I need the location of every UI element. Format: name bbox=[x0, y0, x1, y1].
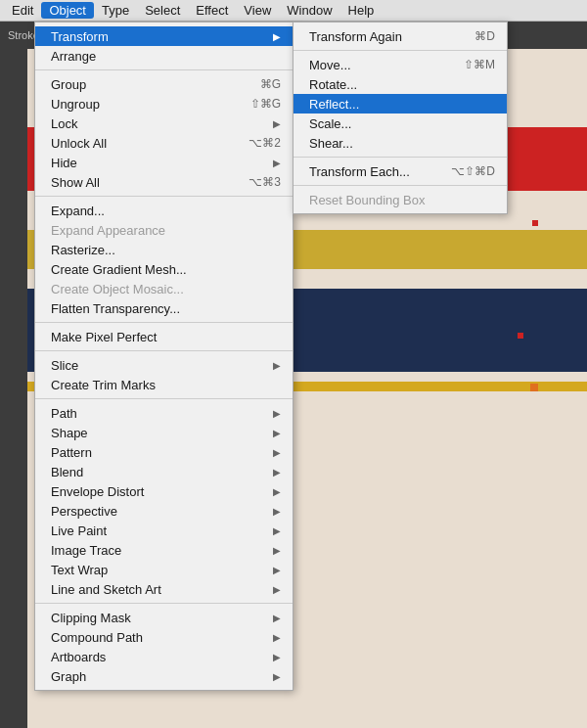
submenu-item-shear[interactable]: Shear... bbox=[294, 133, 507, 153]
submenu-item-reset-bounding-box[interactable]: Reset Bounding Box bbox=[294, 190, 507, 209]
menu-view[interactable]: View bbox=[236, 2, 279, 19]
menu-item-slice-label: Slice bbox=[51, 358, 273, 373]
menu-item-group[interactable]: Group ⌘G bbox=[35, 74, 293, 94]
submenu-item-rotate[interactable]: Rotate... bbox=[294, 74, 507, 94]
submenu-separator-3 bbox=[294, 185, 507, 186]
menu-item-rasterize[interactable]: Rasterize... bbox=[35, 240, 293, 259]
menu-item-text-wrap-label: Text Wrap bbox=[51, 563, 273, 577]
menu-item-ungroup[interactable]: Ungroup ⇧⌘G bbox=[35, 94, 293, 114]
menu-item-compound-path[interactable]: Compound Path ▶ bbox=[35, 627, 293, 647]
menu-item-shape[interactable]: Shape ▶ bbox=[35, 423, 293, 442]
menu-edit[interactable]: Edit bbox=[4, 2, 41, 19]
menu-window[interactable]: Window bbox=[279, 2, 339, 19]
menu-item-artboards[interactable]: Artboards ▶ bbox=[35, 647, 293, 666]
menu-item-shape-arrow: ▶ bbox=[273, 428, 281, 438]
menu-item-envelope-distort-arrow: ▶ bbox=[273, 486, 281, 497]
menu-item-compound-path-label: Compound Path bbox=[51, 630, 273, 645]
menu-item-artboards-label: Artboards bbox=[51, 650, 273, 664]
menu-item-live-paint-arrow: ▶ bbox=[273, 525, 281, 536]
menu-item-hide[interactable]: Hide ▶ bbox=[35, 153, 293, 172]
menu-item-expand-label: Expand... bbox=[51, 204, 281, 218]
submenu-item-transform-each[interactable]: Transform Each... ⌥⇧⌘D bbox=[294, 161, 507, 181]
dot-red-2 bbox=[532, 220, 538, 226]
separator-5 bbox=[35, 398, 293, 399]
menu-item-create-gradient-mesh[interactable]: Create Gradient Mesh... bbox=[35, 259, 293, 279]
submenu-item-reset-bounding-box-label: Reset Bounding Box bbox=[309, 193, 495, 207]
menu-item-perspective-label: Perspective bbox=[51, 504, 273, 519]
menu-item-make-pixel-perfect[interactable]: Make Pixel Perfect bbox=[35, 327, 293, 346]
submenu-item-scale-label: Scale... bbox=[309, 116, 495, 131]
menu-item-group-label: Group bbox=[51, 77, 260, 92]
menu-effect[interactable]: Effect bbox=[188, 2, 236, 19]
menu-item-flatten-transparency[interactable]: Flatten Transparency... bbox=[35, 298, 293, 318]
menu-bar: Edit Object Type Select Effect View Wind… bbox=[0, 0, 587, 22]
submenu-item-scale[interactable]: Scale... bbox=[294, 114, 507, 133]
separator-6 bbox=[35, 603, 293, 604]
menu-item-rasterize-label: Rasterize... bbox=[51, 243, 281, 257]
menu-item-lock[interactable]: Lock ▶ bbox=[35, 114, 293, 133]
menu-item-pattern-label: Pattern bbox=[51, 445, 273, 460]
menu-item-show-all-label: Show All bbox=[51, 175, 248, 190]
menu-item-text-wrap[interactable]: Text Wrap ▶ bbox=[35, 560, 293, 579]
submenu-item-transform-again-label: Transform Again bbox=[309, 29, 474, 44]
menu-item-clipping-mask-arrow: ▶ bbox=[273, 613, 281, 623]
menu-item-create-object-mosaic-label: Create Object Mosaic... bbox=[51, 282, 281, 296]
left-sidebar bbox=[0, 49, 27, 728]
menu-item-live-paint[interactable]: Live Paint ▶ bbox=[35, 521, 293, 540]
menu-item-envelope-distort-label: Envelope Distort bbox=[51, 484, 273, 499]
menu-item-pattern-arrow: ▶ bbox=[273, 447, 281, 458]
menu-item-envelope-distort[interactable]: Envelope Distort ▶ bbox=[35, 481, 293, 501]
submenu-item-reflect-label: Reflect... bbox=[309, 97, 495, 112]
menu-item-create-trim-marks-label: Create Trim Marks bbox=[51, 378, 281, 392]
submenu-item-move-label: Move... bbox=[309, 58, 464, 72]
menu-item-show-all[interactable]: Show All ⌥⌘3 bbox=[35, 172, 293, 192]
separator-2 bbox=[35, 196, 293, 197]
submenu-item-rotate-label: Rotate... bbox=[309, 77, 495, 92]
menu-object[interactable]: Object bbox=[41, 2, 94, 19]
menu-select[interactable]: Select bbox=[137, 2, 188, 19]
menu-item-live-paint-label: Live Paint bbox=[51, 523, 273, 538]
menu-item-pattern[interactable]: Pattern ▶ bbox=[35, 442, 293, 462]
menu-item-blend-arrow: ▶ bbox=[273, 467, 281, 478]
menu-item-image-trace[interactable]: Image Trace ▶ bbox=[35, 540, 293, 560]
menu-item-create-trim-marks[interactable]: Create Trim Marks bbox=[35, 375, 293, 394]
menu-help[interactable]: Help bbox=[340, 2, 383, 19]
menu-item-clipping-mask[interactable]: Clipping Mask ▶ bbox=[35, 608, 293, 627]
menu-item-clipping-mask-label: Clipping Mask bbox=[51, 611, 273, 625]
submenu-item-move[interactable]: Move... ⇧⌘M bbox=[294, 55, 507, 74]
menu-item-shape-label: Shape bbox=[51, 426, 273, 440]
menu-item-slice[interactable]: Slice ▶ bbox=[35, 355, 293, 375]
menu-item-ungroup-label: Ungroup bbox=[51, 97, 250, 112]
menu-item-image-trace-arrow: ▶ bbox=[273, 545, 281, 556]
menu-item-path[interactable]: Path ▶ bbox=[35, 403, 293, 423]
submenu-item-reflect[interactable]: Reflect... bbox=[294, 94, 507, 114]
object-menu: Transform ▶ Arrange Group ⌘G Ungroup ⇧⌘G… bbox=[34, 22, 294, 691]
menu-item-lock-arrow: ▶ bbox=[273, 118, 281, 129]
menu-item-transform-arrow: ▶ bbox=[273, 31, 281, 42]
submenu-item-shear-label: Shear... bbox=[309, 136, 495, 151]
menu-item-line-sketch-art[interactable]: Line and Sketch Art ▶ bbox=[35, 579, 293, 599]
submenu-separator-2 bbox=[294, 157, 507, 158]
menu-item-image-trace-label: Image Trace bbox=[51, 543, 273, 558]
menu-item-unlock-all-shortcut: ⌥⌘2 bbox=[248, 136, 281, 150]
menu-item-graph-label: Graph bbox=[51, 669, 273, 684]
menu-type[interactable]: Type bbox=[94, 2, 137, 19]
menu-item-text-wrap-arrow: ▶ bbox=[273, 565, 281, 575]
menu-item-create-object-mosaic[interactable]: Create Object Mosaic... bbox=[35, 279, 293, 298]
menu-item-perspective[interactable]: Perspective ▶ bbox=[35, 501, 293, 521]
menu-item-expand[interactable]: Expand... bbox=[35, 201, 293, 220]
submenu-item-move-shortcut: ⇧⌘M bbox=[464, 58, 495, 71]
menu-item-lock-label: Lock bbox=[51, 116, 273, 131]
separator-3 bbox=[35, 322, 293, 323]
menu-item-arrange-label: Arrange bbox=[51, 49, 281, 64]
submenu-item-transform-again[interactable]: Transform Again ⌘D bbox=[294, 26, 507, 46]
menu-item-graph[interactable]: Graph ▶ bbox=[35, 666, 293, 686]
separator-4 bbox=[35, 350, 293, 351]
menu-item-line-sketch-art-arrow: ▶ bbox=[273, 584, 281, 595]
menu-item-expand-appearance[interactable]: Expand Appearance bbox=[35, 220, 293, 240]
menu-item-group-shortcut: ⌘G bbox=[260, 77, 281, 91]
menu-item-arrange[interactable]: Arrange bbox=[35, 46, 293, 66]
menu-item-transform[interactable]: Transform ▶ bbox=[35, 26, 293, 46]
menu-item-unlock-all[interactable]: Unlock All ⌥⌘2 bbox=[35, 133, 293, 153]
menu-item-blend[interactable]: Blend ▶ bbox=[35, 462, 293, 481]
